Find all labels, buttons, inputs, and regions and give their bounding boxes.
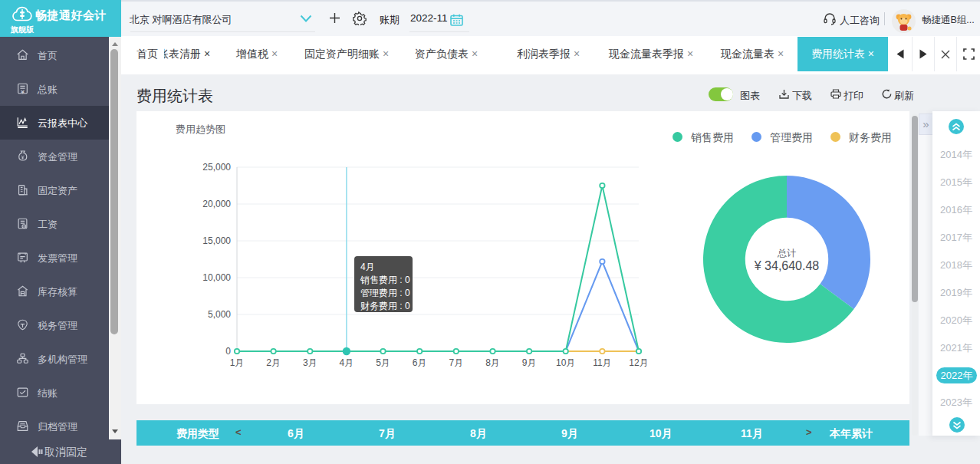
svg-text:10,000: 10,000	[202, 272, 231, 283]
svg-text:2月: 2月	[266, 357, 281, 368]
svg-text:5月: 5月	[376, 357, 390, 368]
svg-text:0: 0	[225, 346, 231, 357]
svg-text:15,000: 15,000	[202, 235, 231, 246]
svg-text:8月: 8月	[485, 357, 500, 368]
svg-text:4月: 4月	[340, 357, 354, 368]
svg-text:10月: 10月	[556, 357, 575, 368]
svg-text:6月: 6月	[413, 357, 427, 368]
svg-text:12月: 12月	[629, 357, 648, 368]
svg-text:5,000: 5,000	[208, 309, 231, 320]
svg-text:20,000: 20,000	[202, 199, 231, 209]
svg-text:3月: 3月	[303, 357, 317, 368]
svg-text:1月: 1月	[230, 357, 245, 368]
svg-text:¥ 34,640.48: ¥ 34,640.48	[754, 259, 820, 272]
svg-text:总计: 总计	[777, 248, 796, 258]
svg-text:7月: 7月	[449, 357, 463, 368]
svg-text:25,000: 25,000	[202, 162, 231, 173]
svg-text:9月: 9月	[522, 357, 537, 368]
svg-text:11月: 11月	[593, 357, 611, 368]
svg-text:¥: ¥	[21, 89, 25, 94]
